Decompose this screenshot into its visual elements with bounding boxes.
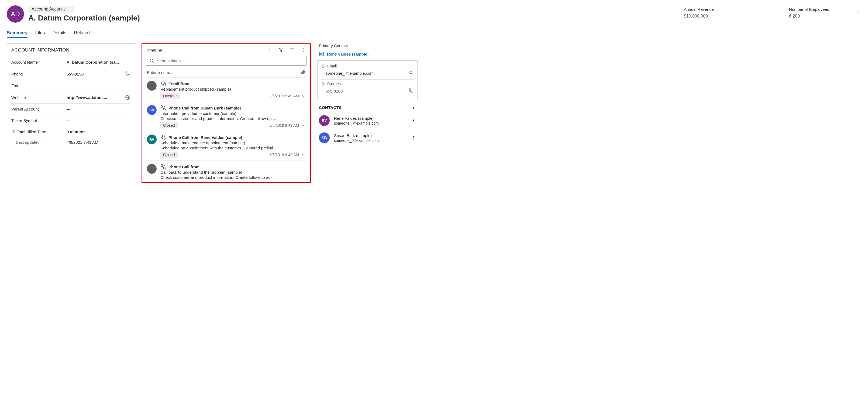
account-info-panel: ACCOUNT INFORMATION Account Name* A. Dat… — [7, 43, 135, 150]
avatar: SB — [319, 132, 330, 143]
contacts-list: RV Rene Valdes (sample) someone_i@exampl… — [317, 112, 417, 146]
field-email: Email — [321, 64, 413, 68]
page-title: A. Datum Corporation (sample) — [28, 14, 140, 22]
stat-annual-revenue: Annual Revenue $10,000.000 — [684, 7, 738, 19]
avatar — [147, 164, 157, 174]
avatar: RV — [147, 135, 157, 144]
contact-row[interactable]: RV Rene Valdes (sample) someone_i@exampl… — [317, 112, 417, 129]
tabs: Summary Files Details Related — [7, 30, 861, 38]
record-header: AD Account: Account A. Datum Corporation… — [7, 5, 861, 23]
avatar: RV — [319, 115, 330, 126]
timeline-item-subject: Schedule a maintenance appointment (samp… — [160, 141, 305, 145]
avatar: SB — [147, 105, 157, 115]
chevron-down-icon — [67, 7, 71, 11]
timeline-item-subject: Replacement product shipped (sample) — [160, 87, 305, 91]
calculator-icon — [11, 130, 15, 133]
tab-related[interactable]: Related — [74, 30, 90, 38]
field-phone[interactable]: Phone 555-0158 — [11, 68, 130, 80]
phone-icon — [160, 135, 166, 140]
tab-details[interactable]: Details — [52, 30, 66, 38]
field-website[interactable]: Website http://www.adatum.... — [11, 91, 130, 103]
avatar — [147, 81, 157, 91]
globe-icon[interactable] — [125, 95, 130, 100]
primary-contact-card: Email someone_i@example.com Business 555… — [317, 60, 417, 100]
timeline-sort-button[interactable] — [290, 47, 295, 53]
phone-value: 555-0108 — [326, 89, 343, 93]
timeline-item[interactable]: Phone Call from Call back to understand … — [146, 161, 307, 182]
timeline-title: Timeline — [146, 48, 267, 52]
timeline-add-button[interactable] — [267, 47, 273, 53]
timeline-more-button[interactable] — [301, 47, 307, 53]
field-account-name[interactable]: Account Name* A. Datum Corporation (sa..… — [11, 57, 130, 68]
timeline-item-desc: Checked customer and product information… — [160, 116, 305, 121]
contact-row[interactable]: SB Susan Burk (sample) someone_l@example… — [317, 129, 417, 146]
timeline-item-date: 3/5/2019 9:49 AM — [269, 94, 305, 98]
contact-name: Rene Valdes (sample) — [334, 116, 379, 121]
attach-icon[interactable] — [301, 70, 305, 75]
status-badge: Closed — [160, 152, 178, 158]
contact-email: someone_l@example.com — [334, 138, 379, 143]
mail-icon[interactable] — [409, 70, 413, 76]
field-ticker[interactable]: Ticker Symbol --- — [11, 115, 130, 126]
tab-files[interactable]: Files — [35, 30, 45, 38]
chevron-down-icon — [857, 10, 861, 14]
phone-icon[interactable] — [125, 71, 130, 77]
timeline-item-heading: Phone Call from Rene Valdes (sample) — [168, 135, 242, 140]
field-total-billed: Total Billed Time 0 minutes — [11, 126, 130, 137]
field-last-updated: Last updated: 4/9/2021 7:43 AM — [11, 137, 130, 145]
timeline-item[interactable]: Email from Replacement product shipped (… — [146, 78, 307, 102]
timeline-search[interactable] — [146, 56, 307, 65]
header-expand[interactable] — [857, 5, 861, 16]
timeline-panel: Timeline Enter a note... Email from Repl… — [142, 43, 311, 183]
chevron-down-icon[interactable] — [301, 153, 305, 157]
primary-contact-link[interactable]: Rene Valdes (sample) — [317, 51, 417, 60]
timeline-item-date: 3/5/2019 9:49 AM — [269, 123, 305, 127]
contacts-more-button[interactable] — [411, 105, 416, 110]
timeline-item[interactable]: SB Phone Call from Susan Burk (sample) I… — [146, 102, 307, 131]
form-selector[interactable]: Account: Account — [28, 6, 74, 13]
phone-icon — [160, 105, 166, 111]
stat-label: Annual Revenue — [684, 7, 738, 11]
primary-contact-title: Primary Contact — [317, 43, 417, 48]
email-value: someone_i@example.com — [326, 71, 374, 76]
timeline-item-heading: Phone Call from — [168, 165, 199, 169]
record-avatar: AD — [7, 5, 24, 23]
chevron-down-icon[interactable] — [301, 123, 305, 127]
timeline-item-heading: Email from — [168, 82, 189, 86]
stat-label: Number of Employees — [789, 7, 843, 11]
required-indicator: * — [39, 60, 40, 64]
timeline-filter-button[interactable] — [278, 47, 284, 53]
contact-more-button[interactable] — [411, 136, 416, 140]
timeline-item-date: 3/5/2019 9:49 AM — [269, 153, 305, 157]
lock-icon — [321, 82, 325, 86]
form-selector-label: Account: Account — [32, 7, 65, 11]
contact-email: someone_i@example.com — [334, 121, 379, 125]
tab-summary[interactable]: Summary — [7, 30, 28, 38]
field-fax[interactable]: Fax --- — [11, 80, 130, 91]
phone-icon[interactable] — [409, 88, 413, 94]
timeline-search-input[interactable] — [157, 59, 303, 63]
search-icon — [149, 58, 154, 63]
phone-icon — [160, 164, 166, 169]
contact-name: Susan Burk (sample) — [334, 133, 379, 138]
status-badge: Closed — [160, 122, 178, 128]
section-title: ACCOUNT INFORMATION — [11, 48, 130, 53]
timeline-item[interactable]: RV Phone Call from Rene Valdes (sample) … — [146, 131, 307, 161]
email-icon — [160, 81, 166, 86]
status-badge: Overdue — [160, 93, 180, 99]
field-business-phone: Business — [321, 82, 413, 86]
timeline-item-subject: Call back to understand the problem (sam… — [160, 170, 305, 175]
chevron-down-icon[interactable] — [301, 94, 305, 98]
stat-employees: Number of Employees 6,200 — [789, 7, 843, 19]
field-parent-account[interactable]: Parent Account --- — [11, 103, 130, 115]
timeline-item-desc: Scheduled an appointment with the custom… — [160, 146, 305, 150]
timeline-note-input[interactable]: Enter a note... — [146, 67, 307, 78]
timeline-item-desc: Check customer and product information. … — [160, 175, 305, 180]
timeline-item-heading: Phone Call from Susan Burk (sample) — [168, 106, 241, 110]
stat-value: $10,000.000 — [684, 14, 738, 19]
timeline-item-subject: Information provided to customer (sample… — [160, 111, 305, 116]
stat-value: 6,200 — [789, 14, 843, 19]
contact-more-button[interactable] — [411, 118, 416, 123]
contact-card-icon — [319, 51, 324, 57]
timeline-list: Email from Replacement product shipped (… — [146, 78, 307, 182]
